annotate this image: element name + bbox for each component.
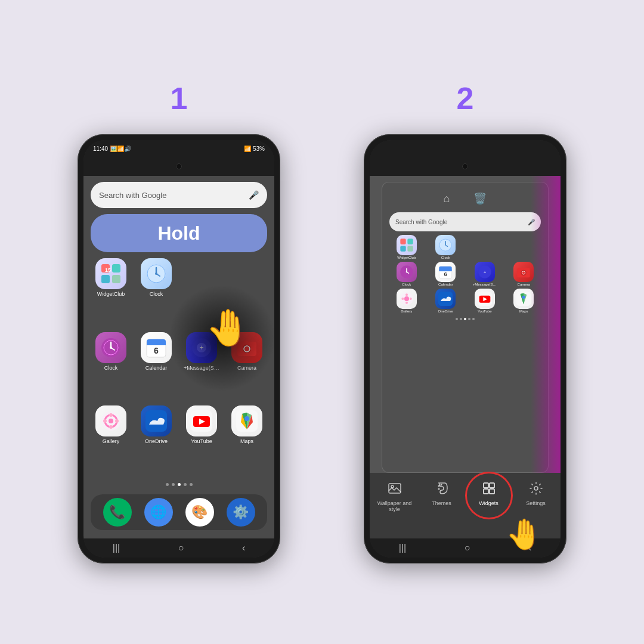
svg-rect-76 [490,483,494,488]
svg-rect-38 [400,239,405,244]
dot-1-4 [184,483,187,486]
widgets-menu-item[interactable]: Widgets [466,479,511,506]
phone-dock-icon[interactable]: 📞 [103,498,132,527]
svg-point-48 [405,271,407,273]
themes-label: Themes [432,500,451,506]
mini-gallery[interactable]: Gallery [388,289,425,313]
search-text-1: Search with Google [99,191,243,200]
battery-1: 53% [253,145,265,152]
mini-calendar[interactable]: 6 Calendar [428,262,465,286]
home-screen-1: Search with Google 🎤 Hold [83,176,274,538]
wallpaper-menu-item[interactable]: Wallpaper andstyle [372,479,417,512]
svg-rect-3 [112,275,120,283]
settings-dock-icon[interactable]: ⚙️ [227,498,255,527]
search-bar-2[interactable]: Search with Google 🎤 [389,212,541,231]
youtube-icon-1 [186,405,217,436]
clock-purple-icon-1 [95,332,126,363]
widgetclub-icon-1: 15 [95,258,126,289]
app-gallery-1[interactable]: Gallery [91,405,131,475]
step-2-number: 2 [457,80,474,116]
svg-point-73 [438,488,439,490]
mini-calendar-icon: 6 [435,262,456,282]
svg-point-27 [109,419,113,423]
app-widgetclub-1[interactable]: 15 WidgetClub [91,258,131,327]
search-bar-1[interactable]: Search with Google 🎤 [91,182,267,208]
onedrive-icon-1 [141,405,172,436]
mini-clock-purple[interactable]: Clock [388,262,425,286]
svg-point-69 [522,296,525,299]
nav-recent[interactable]: ||| [113,543,120,553]
search-text-2: Search with Google [395,219,524,225]
svg-text:15: 15 [105,267,111,273]
dock-dots-1 [91,483,267,486]
mini-maps-label: Maps [519,309,528,313]
dot-1-5 [190,483,193,486]
svg-point-28 [109,413,113,417]
svg-rect-77 [484,489,488,494]
nav-home[interactable]: ○ [178,543,184,553]
mini-youtube[interactable]: YouTube [466,289,503,313]
mini-widgetclub[interactable]: WidgetClub [388,235,425,259]
calendar-icon-1: 6 [141,332,172,363]
nav-home-2[interactable]: ○ [465,543,470,553]
app-maps-1[interactable]: Maps [227,405,267,475]
widgetclub-label-1: WidgetClub [97,291,125,297]
mini-dots [387,317,543,321]
camera-notch-1 [83,157,274,176]
svg-rect-75 [484,483,488,488]
status-bar-1: 11:40 🖼️📶🔊 📶 53% [83,140,274,157]
nav-recent-2[interactable]: ||| [399,543,406,553]
phone-1: 11:40 🖼️📶🔊 📶 53% Search w [78,134,280,564]
hold-button[interactable]: Hold [91,214,267,252]
mini-youtube-icon [475,289,495,309]
mini-message[interactable]: + +Message(SM... [466,262,503,286]
hand-cursor-2: 🤚 [506,517,543,552]
svg-point-13 [110,346,112,349]
dot-1-1 [166,483,169,486]
app-clock-blue-1[interactable]: Clock [136,258,177,327]
svg-rect-51 [439,270,452,271]
onedrive-label-1: OneDrive [145,438,168,444]
mini-dot-5 [472,318,475,320]
app-youtube-1[interactable]: YouTube [181,405,222,475]
mini-dot-4 [468,318,470,320]
app-calendar-1[interactable]: 6 Calendar [136,332,177,401]
dot-1-2 [172,483,175,486]
svg-rect-16 [147,343,166,345]
mini-clock-blue[interactable]: Clock [428,235,465,259]
clock-purple-label-1: Clock [104,365,118,371]
chrome-dock-icon[interactable]: 🌐 [144,498,173,527]
camera-notch-2 [370,157,561,176]
svg-point-30 [103,419,107,423]
themes-menu-item[interactable]: Themes [419,479,464,506]
svg-rect-41 [407,246,413,251]
svg-text:+: + [483,270,486,275]
mini-onedrive[interactable]: OneDrive [428,289,465,313]
mini-message-label: +Message(SM... [473,283,497,286]
maps-label-1: Maps [240,438,253,444]
status-left-1: 11:40 🖼️📶🔊 [93,145,131,152]
nav-bar-1: ||| ○ ‹ [83,538,274,558]
svg-point-8 [155,273,157,275]
app-onedrive-1[interactable]: OneDrive [136,405,177,475]
dot-1-3 [178,483,181,486]
mini-app-grid: WidgetClub Clock [387,235,543,313]
camera-dot-1 [176,163,182,169]
clock-blue-label-1: Clock [150,291,163,297]
status-right-1: 📶 53% [244,145,265,152]
mini-dot-1 [456,318,458,320]
app-clock-purple-1[interactable]: Clock [91,332,131,401]
message-label-1: +Message(SM... [184,365,219,371]
nav-back[interactable]: ‹ [242,543,245,553]
svg-rect-2 [101,275,110,283]
mini-gallery-icon [397,289,417,309]
wifi-icon: 📶 [244,145,251,152]
photos-dock-icon[interactable]: 🎨 [185,498,214,527]
svg-text:+: + [199,343,203,352]
dock-1: 📞 🌐 🎨 ⚙️ [91,494,267,530]
camera-label-1: Camera [237,365,256,371]
svg-rect-40 [400,246,405,251]
settings-menu-icon [527,479,546,498]
widgets-label: Widgets [479,500,499,506]
settings-menu-item[interactable]: Settings [513,479,558,506]
